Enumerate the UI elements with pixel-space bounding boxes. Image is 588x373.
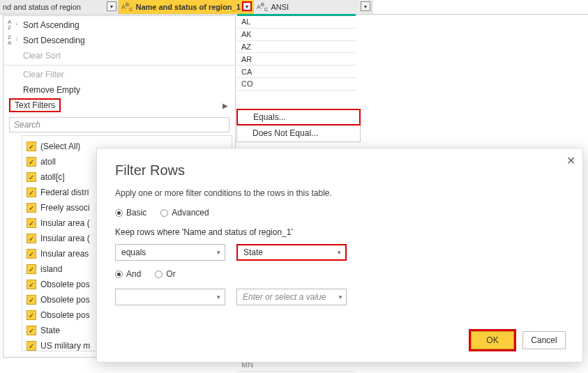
cell[interactable]: CA (237, 66, 356, 78)
column-header-region-status-1[interactable]: ABC Name and status of region_1 ▾ (119, 0, 254, 14)
chevron-right-icon: ▶ (223, 102, 228, 109)
keep-where-text: Keep rows where 'Name and status of regi… (115, 227, 564, 237)
value-select[interactable]: State▾ (236, 244, 347, 261)
radio-off-icon (155, 271, 163, 278)
operator2-select[interactable]: ▾ (115, 289, 225, 305)
checkbox-icon[interactable]: ✓ (27, 142, 36, 151)
checkbox-icon[interactable]: ✓ (27, 172, 36, 182)
and-radio[interactable]: And (115, 269, 141, 279)
chevron-down-icon: ▾ (217, 249, 220, 256)
chevron-down-icon: ▾ (338, 294, 342, 300)
cell[interactable]: AR (237, 53, 356, 66)
abc-type-icon: ABC (121, 1, 133, 13)
checkbox-icon[interactable]: ✓ (27, 280, 36, 289)
column-header-ansi[interactable]: ABC ANSI ▾ (254, 0, 372, 14)
dialog-title: Filter Rows (115, 162, 564, 178)
checkbox-icon[interactable]: ✓ (27, 341, 36, 351)
clear-sort-item: Clear Sort (3, 48, 235, 63)
radio-on-icon (115, 271, 123, 278)
separator (3, 65, 235, 66)
cell[interactable]: AZ (237, 41, 356, 54)
cell[interactable]: CO (237, 78, 356, 91)
checkbox-icon[interactable]: ✓ (27, 249, 36, 259)
column-label: ANSI (271, 3, 289, 11)
does-not-equal-item[interactable]: Does Not Equal... (237, 125, 360, 142)
text-filters-item[interactable]: Text Filters ▶ (3, 98, 235, 113)
text-filters-submenu: Equals... Does Not Equal... (236, 109, 361, 142)
sort-descending-item[interactable]: ZA↓ Sort Descending (3, 33, 235, 48)
cell[interactable]: AL (237, 16, 356, 29)
checkbox-icon[interactable]: ✓ (27, 295, 36, 305)
column-header-region-status[interactable]: nd and status of region ▾ (0, 0, 119, 14)
checkbox-icon[interactable]: ✓ (27, 218, 36, 228)
radio-off-icon (160, 209, 168, 217)
logic-radios: And Or (115, 269, 564, 279)
equals-item[interactable]: Equals... (236, 109, 361, 125)
dropdown-icon[interactable]: ▾ (242, 1, 252, 11)
close-icon[interactable]: ✕ (566, 154, 575, 167)
mode-radios: Basic Advanced (115, 208, 564, 218)
checkbox-icon[interactable]: ✓ (27, 203, 36, 213)
checkbox-icon[interactable]: ✓ (27, 310, 36, 320)
sort-asc-icon: AZ↓ (8, 20, 11, 31)
sort-ascending-item[interactable]: AZ↓ Sort Ascending (3, 17, 235, 33)
column-label: Name and status of region_1 (135, 3, 240, 11)
checkbox-icon[interactable]: ✓ (27, 264, 36, 274)
advanced-radio[interactable]: Advanced (160, 208, 209, 218)
checkbox-icon[interactable]: ✓ (27, 326, 36, 335)
operator-select[interactable]: equals▾ (115, 244, 225, 261)
ansi-column-cells: AL AK AZ AR CA CO (237, 14, 356, 91)
or-radio[interactable]: Or (155, 269, 175, 279)
value2-select[interactable]: Enter or select a value▾ (236, 289, 347, 305)
chevron-down-icon: ▾ (338, 249, 341, 256)
search-input[interactable]: Search (9, 117, 229, 132)
remove-empty-item[interactable]: Remove Empty (3, 82, 235, 98)
radio-on-icon (115, 209, 123, 217)
dialog-description: Apply one or more filter conditions to t… (115, 188, 564, 198)
filter-rows-dialog: ✕ Filter Rows Apply one or more filter c… (96, 148, 583, 363)
dropdown-icon[interactable]: ▾ (361, 1, 370, 11)
chevron-down-icon: ▾ (217, 294, 220, 300)
basic-radio[interactable]: Basic (115, 208, 146, 218)
cell[interactable]: AK (237, 29, 356, 41)
checkbox-icon[interactable]: ✓ (27, 188, 36, 197)
ok-button[interactable]: OK (471, 331, 514, 349)
checkbox-icon[interactable]: ✓ (27, 234, 36, 243)
clear-filter-item: Clear Filter (3, 67, 235, 82)
column-label: nd and status of region (3, 3, 81, 11)
abc-type-icon: ABC (257, 1, 268, 13)
checkbox-icon[interactable]: ✓ (27, 157, 36, 167)
cancel-button[interactable]: Cancel (522, 331, 566, 349)
dropdown-icon[interactable]: ▾ (107, 1, 116, 11)
sort-desc-icon: ZA↓ (8, 35, 11, 46)
